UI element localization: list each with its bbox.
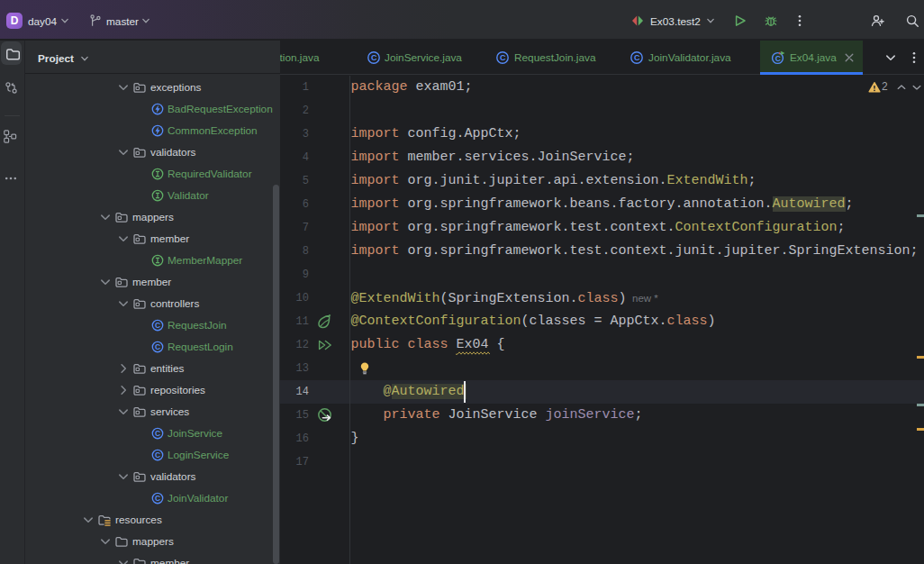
svg-text:C: C [634,53,640,62]
svg-text:C: C [155,429,160,438]
svg-text:C: C [500,53,506,62]
svg-text:C: C [775,54,781,63]
svg-text:C: C [371,53,377,62]
svg-text:C: C [155,321,160,330]
svg-text:C: C [155,450,160,459]
svg-text:C: C [155,342,160,351]
svg-text:C: C [155,494,160,503]
